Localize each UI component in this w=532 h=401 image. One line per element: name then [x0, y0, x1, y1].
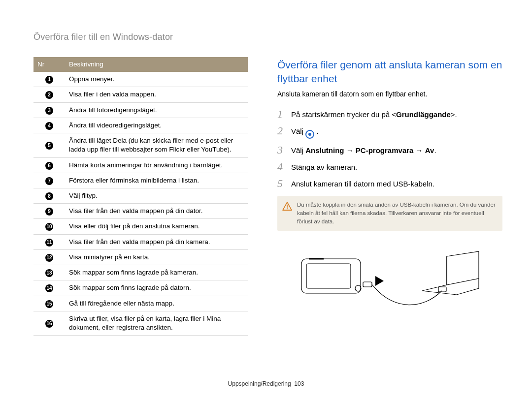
- row-number-cell: 8: [33, 188, 65, 203]
- settings-icon: [305, 130, 314, 139]
- row-description: Visa eller dölj filer på den anslutna ka…: [65, 219, 248, 234]
- circled-number-icon: 12: [45, 254, 53, 262]
- row-description: Visa filer från den valda mappen på din …: [65, 204, 248, 219]
- row-description: Gå till föregående eller nästa mapp.: [65, 296, 248, 311]
- row-number-cell: 13: [33, 265, 65, 280]
- row-description: Öppna menyer.: [65, 72, 248, 87]
- circled-number-icon: 5: [45, 142, 53, 150]
- row-description: Sök mappar som finns lagrade på datorn.: [65, 280, 248, 296]
- table-row: 6Hämta korta animeringar för användning …: [33, 157, 248, 173]
- text-bold: Grundläggande: [396, 110, 451, 119]
- text: →: [413, 146, 425, 154]
- circled-number-icon: 16: [45, 320, 53, 328]
- circled-number-icon: 13: [45, 269, 53, 277]
- table-row: 2Visa filer i den valda mappen.: [33, 87, 248, 102]
- svg-point-1: [287, 208, 288, 209]
- step-2: 2 Välj .: [277, 125, 502, 139]
- row-description: Visa filer från den valda mappen på din …: [65, 234, 248, 249]
- text-bold: Av: [425, 146, 434, 154]
- circled-number-icon: 15: [45, 300, 53, 308]
- table-row: 16Skriva ut filer, visa filer på en kart…: [33, 311, 248, 335]
- table-header-nr: Nr: [33, 57, 65, 72]
- section-subtitle: Ansluta kameran till datorn som en flytt…: [277, 90, 502, 98]
- row-number-cell: 10: [33, 219, 65, 234]
- row-description: Skriva ut filer, visa filer på en karta,…: [65, 311, 248, 335]
- table-row: 3Ändra till fotoredigeringsläget.: [33, 102, 248, 118]
- step-4: 4 Stänga av kameran.: [277, 161, 502, 172]
- row-number-cell: 16: [33, 311, 65, 335]
- step-number: 1: [277, 109, 286, 120]
- table-row: 9Visa filer från den valda mappen på din…: [33, 204, 248, 219]
- circled-number-icon: 14: [45, 284, 53, 292]
- circled-number-icon: 9: [45, 208, 53, 216]
- table-row: 10Visa eller dölj filer på den anslutna …: [33, 219, 248, 234]
- text: Välj: [291, 146, 305, 154]
- row-number-cell: 11: [33, 234, 65, 249]
- row-number-cell: 5: [33, 133, 65, 157]
- circled-number-icon: 7: [45, 177, 53, 185]
- table-row: 14Sök mappar som finns lagrade på datorn…: [33, 280, 248, 296]
- step-number: 5: [277, 178, 286, 189]
- row-number-cell: 7: [33, 173, 65, 188]
- step-number: 3: [277, 145, 286, 155]
- footer-page-number: 103: [294, 380, 304, 387]
- circled-number-icon: 4: [45, 122, 53, 130]
- step-text: Anslut kameran till datorn med USB-kabel…: [291, 178, 434, 188]
- table-row: 4Ändra till videoredigeringsläget.: [33, 118, 248, 133]
- text: Välj: [291, 127, 305, 135]
- row-description: Visa filer i den valda mappen.: [65, 87, 248, 102]
- connection-illustration: [277, 242, 502, 315]
- text: .: [314, 127, 318, 135]
- circled-number-icon: 3: [45, 107, 53, 115]
- row-description: Visa miniatyrer på en karta.: [65, 249, 248, 265]
- svg-rect-6: [363, 282, 372, 287]
- step-number: 2: [277, 125, 286, 136]
- circled-number-icon: 11: [45, 239, 53, 247]
- description-table-container: Nr Beskrivning 1Öppna menyer.2Visa filer…: [33, 57, 248, 336]
- row-description: Hämta korta animeringar för användning i…: [65, 157, 248, 173]
- table-row: 11Visa filer från den valda mappen på di…: [33, 234, 248, 249]
- circled-number-icon: 10: [45, 223, 53, 231]
- text-bold: Anslutning: [305, 146, 344, 154]
- row-number-cell: 15: [33, 296, 65, 311]
- circled-number-icon: 6: [45, 162, 53, 170]
- step-text: Stänga av kameran.: [291, 161, 357, 171]
- step-number: 4: [277, 161, 286, 172]
- circled-number-icon: 2: [45, 91, 53, 99]
- circled-number-icon: 1: [45, 76, 53, 84]
- table-row: 13Sök mappar som finns lagrade på kamera…: [33, 265, 248, 280]
- table-row: 15Gå till föregående eller nästa mapp.: [33, 296, 248, 311]
- step-text: Välj .: [291, 125, 319, 139]
- row-number-cell: 1: [33, 72, 65, 87]
- step-1: 1 På startskärmen trycker du på <Grundlä…: [277, 109, 502, 120]
- table-row: 12Visa miniatyrer på en karta.: [33, 249, 248, 265]
- footer-label: Uppspelning/Redigering: [228, 380, 291, 387]
- breadcrumb: Överföra filer till en Windows-dator: [33, 32, 502, 42]
- table-row: 1Öppna menyer.: [33, 72, 248, 87]
- row-description: Ändra till läget Dela (du kan skicka fil…: [65, 133, 248, 157]
- text: >.: [451, 110, 457, 119]
- step-text: På startskärmen trycker du på <Grundlägg…: [291, 109, 457, 119]
- svg-point-4: [355, 285, 361, 291]
- row-number-cell: 14: [33, 280, 65, 296]
- row-description: Sök mappar som finns lagrade på kameran.: [65, 265, 248, 280]
- table-row: 7Förstora eller förminska minibilderna i…: [33, 173, 248, 188]
- note-text: Du måste koppla in den smala änden av US…: [297, 202, 496, 225]
- description-table: Nr Beskrivning 1Öppna menyer.2Visa filer…: [33, 57, 248, 336]
- warning-note: Du måste koppla in den smala änden av US…: [277, 196, 502, 231]
- svg-rect-7: [438, 287, 446, 292]
- row-description: Förstora eller förminska minibilderna i …: [65, 173, 248, 188]
- row-description: Välj filtyp.: [65, 188, 248, 203]
- steps-list: 1 På startskärmen trycker du på <Grundlä…: [277, 109, 502, 189]
- table-row: 8Välj filtyp.: [33, 188, 248, 203]
- page-footer: Uppspelning/Redigering 103: [0, 380, 532, 387]
- step-text: Välj Anslutning → PC-programvara → Av.: [291, 145, 436, 154]
- text: .: [434, 146, 436, 154]
- row-number-cell: 6: [33, 157, 65, 173]
- row-number-cell: 2: [33, 87, 65, 102]
- row-number-cell: 4: [33, 118, 65, 133]
- step-3: 3 Välj Anslutning → PC-programvara → Av.: [277, 145, 502, 155]
- section-title: Överföra filer genom att ansluta kameran…: [277, 58, 502, 86]
- row-number-cell: 9: [33, 204, 65, 219]
- step-5: 5 Anslut kameran till datorn med USB-kab…: [277, 178, 502, 189]
